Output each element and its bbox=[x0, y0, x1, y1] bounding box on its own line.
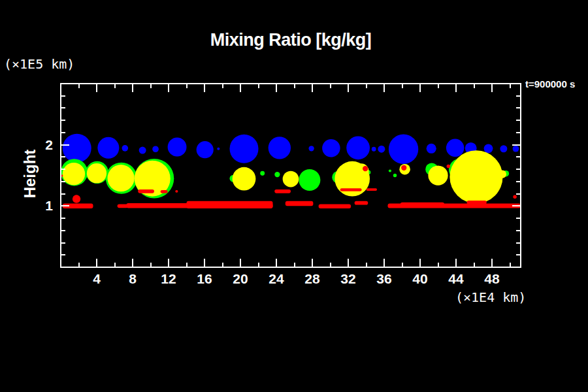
x-tick-label: 24 bbox=[269, 271, 284, 286]
red-band-lower bbox=[400, 203, 444, 207]
plot-canvas: 481216202428323640444812 bbox=[0, 0, 588, 392]
cloud-band-upper-blue bbox=[168, 138, 187, 157]
x-tick-label: 48 bbox=[484, 271, 500, 286]
y-axis-unit-label: (×1E5 km) bbox=[4, 56, 74, 72]
cloud-band-mid-yellow bbox=[353, 163, 368, 178]
red-mid-streaks bbox=[340, 188, 362, 191]
cloud-band-mid-green bbox=[393, 174, 397, 178]
cloud-band-upper-blue bbox=[513, 146, 519, 152]
x-tick-label: 16 bbox=[197, 271, 212, 286]
chart-title: Mixing Ratio [kg/kg] bbox=[0, 30, 581, 50]
cloud-band-upper-blue bbox=[346, 136, 370, 159]
cloud-band-mid-yellow bbox=[108, 165, 135, 191]
cloud-band-upper-blue bbox=[217, 148, 220, 150]
red-mid-streaks bbox=[161, 190, 168, 193]
cloud-band-mid-green bbox=[299, 169, 320, 191]
red-band-lower bbox=[187, 201, 273, 208]
red-band-lower bbox=[286, 201, 314, 206]
cloud-band-mid-yellow bbox=[233, 167, 256, 191]
red-specks bbox=[447, 165, 451, 169]
cloud-band-mid-yellow bbox=[449, 150, 502, 203]
cloud-band-upper-blue bbox=[378, 146, 385, 153]
x-tick-label: 44 bbox=[448, 271, 464, 286]
x-tick-label: 4 bbox=[93, 271, 101, 286]
x-tick-label: 12 bbox=[161, 271, 176, 286]
red-mid-streaks bbox=[274, 189, 291, 193]
red-mid-streaks bbox=[175, 190, 178, 193]
cloud-band-upper-blue bbox=[269, 137, 291, 159]
red-specks bbox=[513, 195, 517, 199]
cloud-band-mid-yellow bbox=[498, 170, 506, 178]
y-tick-label: 2 bbox=[45, 137, 53, 152]
x-tick-label: 36 bbox=[376, 271, 391, 286]
time-annotation: t=900000 s bbox=[525, 78, 575, 90]
cloud-band-upper-blue bbox=[309, 146, 314, 151]
x-tick-label: 40 bbox=[412, 271, 427, 286]
cloud-band-mid-green bbox=[389, 169, 391, 172]
cloud-band-mid-yellow bbox=[428, 165, 448, 185]
cloud-band-upper-blue bbox=[500, 145, 507, 152]
cloud-band-upper-blue bbox=[372, 147, 376, 152]
red-mid-streaks bbox=[367, 188, 378, 191]
cloud-band-upper-blue bbox=[446, 139, 465, 157]
cloud-band-upper-blue bbox=[122, 145, 129, 152]
cloud-band-upper-blue bbox=[139, 147, 146, 154]
cloud-band-upper-blue bbox=[322, 139, 340, 157]
red-band-lower bbox=[467, 201, 487, 204]
cloud-band-upper-blue bbox=[427, 144, 436, 154]
cloud-band-upper-blue bbox=[152, 146, 159, 152]
x-tick-label: 32 bbox=[340, 271, 355, 286]
cloud-band-mid-yellow bbox=[87, 163, 106, 183]
x-tick-label: 28 bbox=[304, 271, 320, 286]
cloud-band-mid-yellow bbox=[283, 171, 299, 188]
cloud-band-upper-blue bbox=[97, 137, 119, 159]
cloud-band-upper-blue bbox=[197, 141, 214, 158]
y-tick-label: 1 bbox=[45, 198, 53, 213]
red-band-lower bbox=[355, 201, 368, 205]
y-axis-title: Height bbox=[21, 135, 39, 213]
cloud-band-mid-green bbox=[260, 171, 265, 176]
red-specks bbox=[73, 195, 80, 203]
x-tick-label: 8 bbox=[129, 271, 137, 286]
red-mid-streaks bbox=[138, 189, 154, 193]
x-axis-unit-label: (×1E4 km) bbox=[455, 289, 526, 305]
red-specks bbox=[363, 166, 368, 171]
cloud-band-upper-blue bbox=[484, 144, 493, 153]
cloud-band-mid-green bbox=[274, 172, 280, 177]
cloud-band-upper-blue bbox=[63, 134, 91, 163]
red-specks bbox=[401, 165, 406, 171]
cloud-band-upper-blue bbox=[389, 135, 418, 164]
x-tick-label: 20 bbox=[233, 271, 248, 286]
red-band-lower bbox=[319, 204, 351, 209]
cloud-band-mid-yellow bbox=[63, 163, 85, 185]
cloud-band-upper-blue bbox=[230, 135, 259, 163]
figure: 481216202428323640444812 Mixing Ratio [k… bbox=[0, 0, 588, 392]
